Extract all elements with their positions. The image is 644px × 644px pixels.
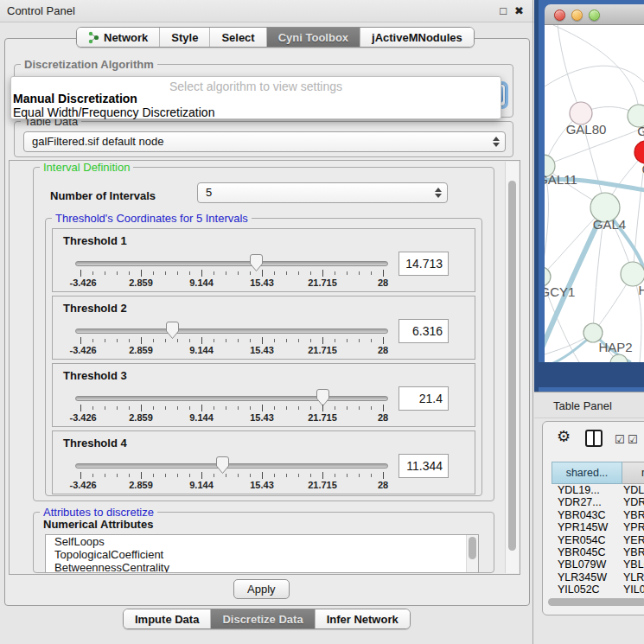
cell-shared-name[interactable]: YBR043C (552, 509, 622, 521)
bottom-tab-label: Impute Data (135, 613, 199, 626)
threshold-slider[interactable]: -3.4262.8599.14415.4321.71528 (75, 296, 388, 360)
slider-track[interactable] (75, 261, 388, 266)
attributes-scrollbar-thumb[interactable] (469, 537, 476, 559)
tick-mark (274, 474, 275, 477)
cell-name[interactable]: YLR3 (622, 571, 644, 583)
cell-name[interactable]: YBR0 (622, 509, 644, 521)
table-row[interactable]: YBR045C YBR0 (552, 546, 644, 558)
slider-track[interactable] (75, 328, 388, 334)
tick-mark (129, 406, 130, 410)
combo-stepper-icon[interactable] (433, 186, 443, 200)
cell-name[interactable]: YER0 (622, 534, 644, 546)
float-window-icon[interactable]: □ (500, 4, 507, 17)
cell-name[interactable]: YIL0 (622, 583, 644, 596)
settings-vertical-scrollbar[interactable] (505, 162, 519, 573)
cell-name[interactable]: YDL1 (622, 484, 644, 496)
settings-scrollbar-thumb[interactable] (508, 181, 516, 551)
column-header-name[interactable]: n (622, 462, 644, 484)
table-row[interactable]: YPR145W YPR1 (552, 521, 644, 533)
algorithm-group-title: Discretization Algorithm (21, 58, 157, 71)
split-columns-icon[interactable] (585, 430, 603, 447)
cell-shared-name[interactable]: YIL052C (552, 583, 622, 596)
close-window-icon[interactable] (554, 10, 565, 21)
tick-label: 9.144 (189, 480, 214, 490)
tick-label: -3.426 (70, 412, 97, 423)
minimize-window-icon[interactable] (571, 10, 583, 21)
num-intervals-combo[interactable]: 5 (197, 182, 448, 203)
bottom-tab[interactable]: Discretize Data (211, 609, 315, 628)
apply-button[interactable]: Apply (233, 579, 290, 599)
attribute-item[interactable]: BetweennessCentrality (46, 561, 478, 573)
cell-shared-name[interactable]: YPR145W (552, 521, 622, 533)
table-horizontal-scrollbar[interactable] (546, 597, 644, 608)
combo-stepper-icon[interactable] (491, 135, 501, 149)
threshold-slider[interactable]: -3.4262.8599.14415.4321.71528 (75, 364, 388, 428)
table-data-combo[interactable]: galFiltered.sif default node (23, 131, 506, 152)
slider-track[interactable] (75, 463, 388, 469)
cell-shared-name[interactable]: YDL19... (552, 484, 622, 496)
cell-name[interactable]: YPR1 (622, 521, 644, 533)
network-node[interactable] (545, 267, 551, 286)
tick-mark (359, 406, 360, 410)
threshold-slider[interactable]: -3.4262.8599.14415.4321.71528 (75, 229, 388, 293)
network-window-titlebar[interactable] (545, 4, 644, 25)
tick-mark (117, 406, 118, 410)
threshold-value-field[interactable]: 21.4 (399, 386, 449, 411)
threshold-value-field[interactable]: 14.713 (399, 252, 449, 276)
gear-icon[interactable]: ⚙ (557, 427, 571, 446)
network-icon (88, 31, 99, 44)
attribute-item[interactable]: TopologicalCoefficient (46, 548, 478, 561)
top-tab[interactable]: jActiveMNodules (360, 28, 474, 47)
network-node[interactable] (634, 141, 644, 163)
interval-definition-title: Interval Definition (40, 161, 133, 174)
tick-mark (153, 474, 154, 477)
thresholds-group-title: Threshold's Coordinates for 5 Intervals (52, 212, 252, 225)
tick-mark (238, 406, 239, 410)
column-header-shared-name[interactable]: shared... (552, 462, 622, 484)
close-panel-icon[interactable]: ✖ (514, 4, 524, 17)
tick-mark (177, 474, 178, 477)
cell-name[interactable]: YBR0 (622, 546, 644, 558)
cell-name[interactable]: YDR2 (622, 496, 644, 508)
table-hscrollbar-thumb[interactable] (548, 598, 644, 606)
table-row[interactable]: YDR27... YDR2 (552, 496, 644, 508)
table-row[interactable]: YER054C YER0 (552, 534, 644, 546)
table-row[interactable]: YBL079W YBL0 (552, 558, 644, 571)
bottom-tab[interactable]: Impute Data (124, 609, 211, 628)
cell-name[interactable]: YBL0 (622, 558, 644, 571)
zoom-window-icon[interactable] (589, 10, 600, 21)
top-tab[interactable]: Cyni Toolbox (267, 28, 360, 47)
cell-shared-name[interactable]: YBL079W (552, 558, 622, 571)
network-canvas[interactable]: GAL80GCGAL11GAL4GCY1HHAP2 (545, 25, 644, 362)
algorithm-popup-item[interactable]: Equal Width/Frequency Discretization (11, 105, 501, 119)
attributes-list-scrollbar[interactable] (466, 535, 478, 572)
slider-track[interactable] (75, 396, 388, 401)
tick-mark (262, 270, 263, 277)
table-row[interactable]: YBR043C YBR0 (552, 509, 644, 521)
cell-shared-name[interactable]: YBR045C (552, 546, 622, 558)
threshold-value-field[interactable]: 6.316 (399, 319, 449, 343)
attribute-item[interactable]: SelfLoops (46, 535, 478, 548)
top-tab[interactable]: Style (160, 28, 210, 47)
bottom-tab[interactable]: Infer Network (316, 609, 410, 628)
tick-mark (129, 474, 130, 477)
checkbox-icon[interactable]: ☑ (628, 433, 638, 446)
top-tab[interactable]: Select (210, 28, 266, 47)
table-row[interactable]: YIL052C YIL0 (552, 583, 644, 596)
checkbox-icon[interactable]: ☑ (615, 433, 625, 446)
tick-mark (383, 472, 384, 479)
top-tab[interactable]: Network (77, 28, 160, 47)
cell-shared-name[interactable]: YER054C (552, 534, 622, 546)
table-row[interactable]: YLR345W YLR3 (552, 571, 644, 583)
attributes-group-title: Attributes to discretize (40, 506, 157, 519)
cell-shared-name[interactable]: YDR27... (552, 496, 622, 508)
threshold-slider[interactable]: -3.4262.8599.14415.4321.71528 (75, 431, 388, 495)
table-row[interactable]: YDL19... YDL1 (552, 484, 644, 496)
tick-mark (238, 271, 239, 275)
tick-label: 28 (378, 345, 388, 355)
threshold-value-field[interactable]: 11.344 (399, 454, 449, 478)
cell-shared-name[interactable]: YLR345W (552, 571, 622, 583)
tick-label: 28 (378, 277, 388, 288)
algorithm-popup-item[interactable]: Manual Discretization (11, 92, 501, 105)
tick-mark (214, 406, 214, 410)
